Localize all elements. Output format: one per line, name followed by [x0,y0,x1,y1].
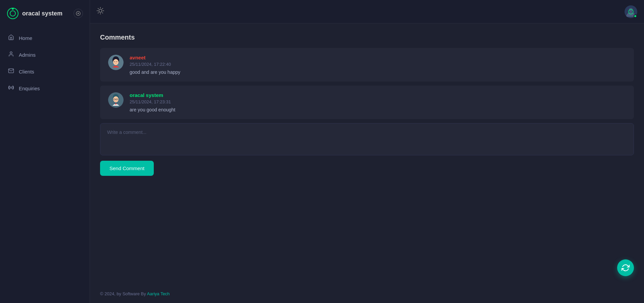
comment-timestamp: 25/11/2024, 17:22:40 [130,62,180,67]
sidebar-item-enquiries[interactable]: Enquiries [0,81,90,96]
comment-body: avneet 25/11/2024, 17:22:40 good and are… [130,55,180,75]
comment-card: avneet 25/11/2024, 17:22:40 good and are… [100,48,634,82]
comment-input[interactable] [100,123,634,154]
main-content: Comments [90,0,644,303]
topbar [90,0,644,23]
page-content: Comments [90,23,644,285]
home-icon [8,34,14,42]
comment-input-area [100,123,634,155]
sidebar-item-admins[interactable]: Admins [0,47,90,62]
svg-point-21 [113,59,119,65]
refresh-fab-button[interactable] [617,259,634,276]
clients-icon [8,68,14,75]
sidebar-item-enquiries-label: Enquiries [19,86,40,91]
comments-heading: Comments [100,34,634,41]
sidebar-logo: oracal system [0,0,90,27]
comment-text: good and are you happy [130,69,180,75]
svg-point-6 [10,87,12,89]
sidebar-item-admins-label: Admins [19,52,36,58]
sidebar: oracal system Home [0,0,90,303]
send-comment-button[interactable]: Send Comment [100,161,154,176]
sidebar-item-clients[interactable]: Clients [0,64,90,79]
theme-toggle-icon[interactable] [97,7,104,16]
svg-point-1 [10,11,15,16]
sidebar-item-home[interactable]: Home [0,30,90,46]
svg-point-23 [117,61,117,62]
avatar [108,55,124,70]
sidebar-item-clients-label: Clients [19,69,34,74]
svg-point-5 [10,52,12,54]
comment-timestamp: 25/11/2024, 17:23:31 [130,99,175,104]
sidebar-nav: Home Admins Clients [0,27,90,99]
svg-point-7 [99,9,102,12]
comment-text: are you good enought [130,107,175,112]
comment-body: oracal system 25/11/2024, 17:23:31 are y… [130,92,175,112]
comment-card: oracal system 25/11/2024, 17:23:31 are y… [100,86,634,119]
svg-line-11 [102,13,103,13]
svg-line-10 [98,8,98,9]
app-name: oracal system [22,10,62,17]
avatar [108,92,124,108]
comment-author: avneet [130,55,180,60]
svg-point-4 [78,13,79,14]
logo-icon [7,7,19,19]
comment-author: oracal system [130,92,175,98]
footer-text: © 2024, by Software By [100,291,147,296]
sidebar-item-home-label: Home [19,35,32,41]
enquiries-icon [8,85,14,92]
svg-point-22 [114,61,115,62]
footer-link[interactable]: Aariya Tech [147,291,170,296]
online-status-indicator [634,14,637,18]
admins-icon [8,51,14,58]
user-avatar-wrap [625,5,637,18]
refresh-icon [622,264,630,272]
svg-line-14 [98,13,98,13]
sidebar-toggle-button[interactable] [74,9,83,18]
svg-point-2 [12,8,14,10]
footer: © 2024, by Software By Aariya Tech [90,285,644,303]
svg-line-15 [102,8,103,9]
